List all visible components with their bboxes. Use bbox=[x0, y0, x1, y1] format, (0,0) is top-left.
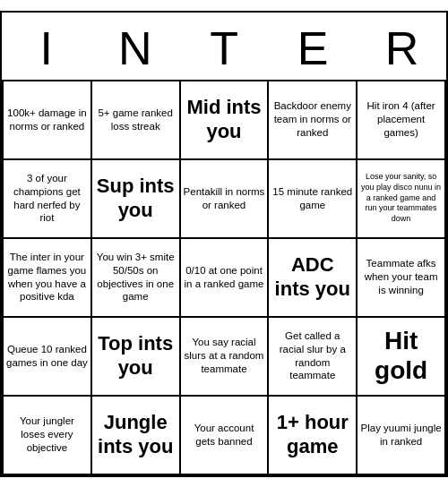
bingo-cell: Your jungler loses every objective bbox=[4, 397, 92, 475]
bingo-cell: You win 3+ smite 50/50s on objectives in… bbox=[92, 239, 181, 318]
title-letter: N bbox=[90, 21, 179, 75]
bingo-cell: 100k+ damage in norms or ranked bbox=[4, 81, 92, 160]
title-letter: E bbox=[269, 21, 358, 75]
bingo-cell: 0/10 at one point in a ranked game bbox=[181, 239, 270, 318]
title-letter: R bbox=[358, 21, 446, 75]
bingo-title: INTER bbox=[2, 13, 446, 80]
bingo-cell: ADC ints you bbox=[269, 239, 358, 318]
bingo-card: INTER 100k+ damage in norms or ranked5+ … bbox=[0, 11, 448, 477]
bingo-cell: 3 of your champions get hard nerfed by r… bbox=[4, 160, 92, 239]
bingo-grid: 100k+ damage in norms or ranked5+ game r… bbox=[2, 80, 446, 475]
bingo-cell: 15 minute ranked game bbox=[269, 160, 358, 239]
bingo-cell: 1+ hour game bbox=[269, 397, 358, 475]
bingo-cell: Top ints you bbox=[92, 318, 181, 397]
bingo-cell: Hit gold bbox=[358, 318, 446, 397]
bingo-cell: Jungle ints you bbox=[92, 397, 181, 475]
bingo-cell: Play yuumi jungle in ranked bbox=[358, 397, 446, 475]
bingo-cell: Sup ints you bbox=[92, 160, 181, 239]
bingo-cell: Pentakill in norms or ranked bbox=[181, 160, 270, 239]
bingo-cell: Teammate afks when your team is winning bbox=[358, 239, 446, 318]
bingo-cell: Get called a racial slur by a random tea… bbox=[269, 318, 358, 397]
bingo-cell: The inter in your game flames you when y… bbox=[4, 239, 92, 318]
bingo-cell: 5+ game ranked loss streak bbox=[92, 81, 181, 160]
bingo-cell: Mid ints you bbox=[181, 81, 270, 160]
title-letter: T bbox=[179, 21, 268, 75]
bingo-cell: You say racial slurs at a random teammat… bbox=[181, 318, 270, 397]
title-letter: I bbox=[2, 21, 90, 75]
bingo-cell: Queue 10 ranked games in one day bbox=[4, 318, 92, 397]
bingo-cell: Lose your sanity, so you play disco nunu… bbox=[358, 160, 446, 239]
bingo-cell: Your account gets banned bbox=[181, 397, 270, 475]
bingo-cell: Backdoor enemy team in norms or ranked bbox=[269, 81, 358, 160]
bingo-cell: Hit iron 4 (after placement games) bbox=[358, 81, 446, 160]
